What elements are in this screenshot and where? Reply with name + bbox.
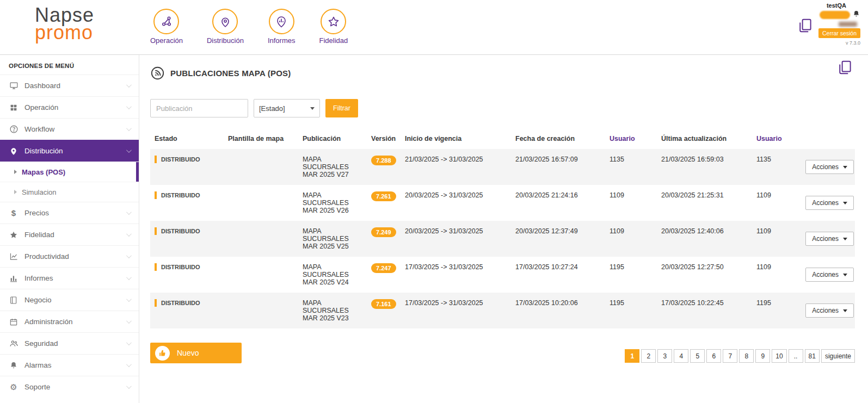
estado-select[interactable]: [Estado] [254, 99, 320, 117]
sidebar-item-fidelidad[interactable]: Fidelidad [0, 224, 139, 245]
filter-bar: [Estado] Filtrar [150, 99, 855, 117]
chevron-down-icon [126, 318, 132, 324]
usuario-creacion-cell: 1195 [605, 257, 657, 293]
topnav-distribucion[interactable]: Distribución [207, 9, 244, 54]
vigencia-cell: 17/03/2025 -> 31/03/2025 [401, 257, 511, 293]
page-button-2[interactable]: 2 [641, 349, 656, 363]
pages-icon[interactable] [836, 59, 853, 78]
chevron-down-icon [126, 231, 132, 237]
page-button-10[interactable]: 10 [772, 349, 786, 363]
topnav-label: Operación [150, 36, 183, 45]
usuario-creacion-cell: 1109 [605, 221, 657, 257]
sidebar-item-label: Negocio [24, 296, 52, 304]
filtrar-button[interactable]: Filtrar [325, 99, 358, 117]
plantilla-cell [224, 221, 298, 257]
estado-badge: DISTRIBUIDO [155, 191, 219, 199]
page-button-6[interactable]: 6 [706, 349, 721, 363]
pages-icon[interactable] [797, 17, 813, 54]
user-area: testQA Cerrar sesión v 7.3.0 [797, 0, 868, 54]
publicacion-input[interactable] [150, 99, 248, 117]
chevron-right-icon [14, 190, 17, 194]
table-row: DISTRIBUIDO MAPA SUCURSALES MAR 2025 V24… [150, 257, 855, 293]
chevron-down-icon [126, 104, 132, 109]
topnav-informes[interactable]: Informes [268, 9, 296, 54]
page-button-81[interactable]: 81 [805, 349, 820, 363]
vigencia-cell: 17/03/2025 -> 31/03/2025 [401, 293, 511, 328]
acciones-label: Acciones [812, 271, 839, 278]
chevron-down-icon [126, 82, 132, 88]
sidebar-item-precios[interactable]: $ Precios [0, 202, 139, 224]
plantilla-cell [224, 185, 298, 221]
sidebar-item-label: Distribución [24, 147, 63, 155]
col-usuario-1[interactable]: Usuario [605, 131, 657, 149]
creacion-cell: 20/03/2025 12:37:49 [511, 221, 605, 257]
version-pill: 7.247 [371, 263, 396, 273]
sidebar-item-informes[interactable]: Informes [0, 267, 139, 289]
topnav-fidelidad[interactable]: Fidelidad [319, 9, 348, 54]
version-pill: 7.288 [371, 156, 396, 165]
sidebar-item-alarmas[interactable]: Alarmas [0, 354, 139, 376]
sidebar-item-negocio[interactable]: Negocio [0, 289, 139, 311]
acciones-label: Acciones [812, 163, 839, 171]
publicacion-cell: MAPA SUCURSALES MAR 2025 V23 [298, 293, 367, 328]
acciones-label: Acciones [812, 235, 839, 243]
map-pin-icon [212, 9, 238, 34]
caret-down-icon [843, 309, 847, 312]
version-pill: 7.261 [371, 191, 396, 201]
acciones-button[interactable]: Acciones [805, 303, 854, 318]
page-button-1[interactable]: 1 [625, 349, 639, 363]
page-button-3[interactable]: 3 [657, 349, 672, 363]
publications-table: Estado Plantilla de mapa Publicación Ver… [150, 131, 855, 328]
page-button-8[interactable]: 8 [739, 349, 754, 363]
publicacion-cell: MAPA SUCURSALES MAR 2025 V25 [298, 221, 367, 257]
acciones-button[interactable]: Acciones [805, 232, 854, 246]
blurred-username-badge [820, 11, 850, 19]
acciones-label: Acciones [812, 307, 839, 314]
vigencia-cell: 21/03/2025 -> 31/03/2025 [401, 149, 511, 185]
estado-badge: DISTRIBUIDO [155, 263, 219, 271]
page-button-4[interactable]: 4 [674, 349, 688, 363]
page-button-7[interactable]: 7 [723, 349, 737, 363]
page-button-5[interactable]: 5 [690, 349, 705, 363]
users-icon [9, 339, 19, 348]
sidebar-item-productividad[interactable]: Productividad [0, 245, 139, 267]
sidebar-subitem-label: Mapas (POS) [22, 168, 65, 176]
sidebar-item-label: Productividad [24, 252, 69, 261]
col-vigencia: Inicio de vigencia [401, 131, 511, 149]
sidebar-subitem-mapas-pos[interactable]: Mapas (POS) [0, 162, 139, 182]
sidebar-item-operacion[interactable]: Operación [0, 96, 139, 118]
nuevo-button[interactable]: Nuevo [150, 343, 242, 363]
bell-icon[interactable] [852, 10, 860, 20]
creacion-cell: 20/03/2025 21:24:16 [511, 185, 605, 221]
sidebar-item-seguridad[interactable]: Seguridad [0, 332, 139, 354]
topnav-label: Fidelidad [319, 36, 348, 45]
main-content: PUBLICACIONES MAPA (POS) [Estado] Filtra… [139, 55, 868, 403]
sidebar-item-soporte[interactable]: ⚙ Soporte [0, 376, 139, 398]
actualizacion-cell: 21/03/2025 16:59:03 [657, 149, 752, 185]
logout-button[interactable]: Cerrar sesión [818, 28, 860, 38]
topnav-operacion[interactable]: Operación [150, 9, 183, 54]
chevron-down-icon [126, 362, 132, 367]
gear-icon: ⚙ [9, 383, 19, 391]
sidebar-item-distribucion[interactable]: Distribución [0, 140, 139, 162]
actualizacion-cell: 17/03/2025 10:22:45 [657, 293, 752, 328]
acciones-button[interactable]: Acciones [805, 268, 854, 282]
logo[interactable]: Napse promo [0, 0, 139, 54]
grid-icon [9, 103, 19, 112]
table-row: DISTRIBUIDO MAPA SUCURSALES MAR 2025 V23… [150, 293, 855, 328]
page-title: PUBLICACIONES MAPA (POS) [170, 69, 291, 78]
page-button-siguiente[interactable]: siguiente [821, 349, 855, 363]
estado-badge: DISTRIBUIDO [155, 156, 219, 163]
col-publicacion: Publicación [298, 131, 367, 149]
acciones-button[interactable]: Acciones [805, 160, 854, 174]
creacion-cell: 21/03/2025 16:57:09 [511, 149, 605, 185]
acciones-button[interactable]: Acciones [805, 196, 854, 210]
sidebar-item-dashboard[interactable]: Dashboard [0, 75, 139, 96]
page-button-ellipsis[interactable]: .. [789, 349, 803, 363]
page-button-9[interactable]: 9 [755, 349, 770, 363]
sidebar-item-administracion[interactable]: Administración [0, 311, 139, 332]
sidebar-subitem-simulacion[interactable]: Simulacion [0, 182, 139, 202]
col-usuario-2[interactable]: Usuario [752, 131, 800, 149]
monitor-icon [9, 81, 19, 90]
sidebar-item-workflow[interactable]: Workflow [0, 118, 139, 140]
